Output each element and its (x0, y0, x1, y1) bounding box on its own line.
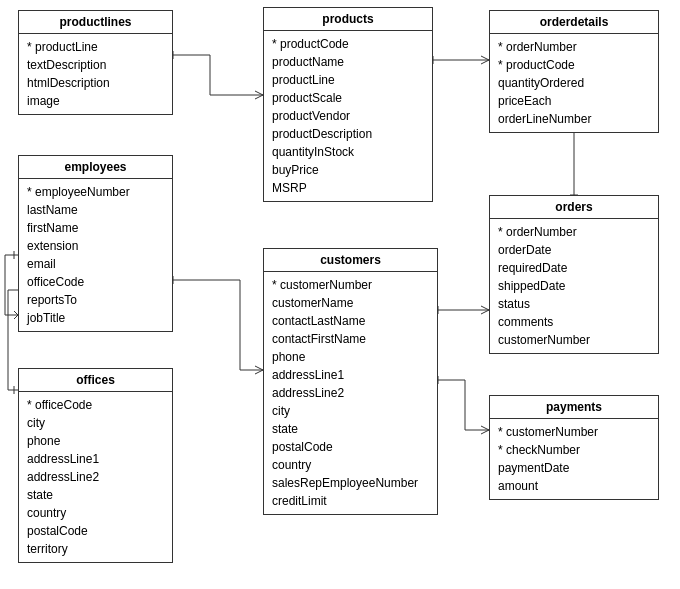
field-reportsTo: reportsTo (27, 291, 164, 309)
field-jobTitle: jobTitle (27, 309, 164, 327)
field-productVendor: productVendor (272, 107, 424, 125)
field-productLine: productLine (272, 71, 424, 89)
table-body-orders: * orderNumber orderDate requiredDate shi… (490, 219, 658, 353)
field-phone: phone (272, 348, 429, 366)
field-buyPrice: buyPrice (272, 161, 424, 179)
table-body-products: * productCode productName productLine pr… (264, 31, 432, 201)
field-customerName: customerName (272, 294, 429, 312)
table-title-customers: customers (264, 249, 437, 272)
svg-line-7 (481, 56, 489, 60)
table-body-orderdetails: * orderNumber * productCode quantityOrde… (490, 34, 658, 132)
field-of-officeCode: * officeCode (27, 396, 164, 414)
field-of-addressLine2: addressLine2 (27, 468, 164, 486)
svg-line-24 (255, 370, 263, 374)
field-of-city: city (27, 414, 164, 432)
table-body-employees: * employeeNumber lastName firstName exte… (19, 179, 172, 331)
table-title-employees: employees (19, 156, 172, 179)
svg-line-34 (481, 430, 489, 434)
table-body-productlines: * productLine textDescription htmlDescri… (19, 34, 172, 114)
table-title-payments: payments (490, 396, 658, 419)
svg-line-33 (481, 426, 489, 430)
table-title-orderdetails: orderdetails (490, 11, 658, 34)
table-title-products: products (264, 8, 432, 31)
field-MSRP: MSRP (272, 179, 424, 197)
field-addressLine1: addressLine1 (272, 366, 429, 384)
table-offices: offices * officeCode city phone addressL… (18, 368, 173, 563)
er-diagram: productlines * productLine textDescripti… (0, 0, 680, 589)
field-quantityInStock: quantityInStock (272, 143, 424, 161)
table-body-customers: * customerNumber customerName contactLas… (264, 272, 437, 514)
table-title-productlines: productlines (19, 11, 172, 34)
table-customers: customers * customerNumber customerName … (263, 248, 438, 515)
field-email: email (27, 255, 164, 273)
table-title-offices: offices (19, 369, 172, 392)
field-htmlDescription: htmlDescription (27, 74, 164, 92)
field-status: status (498, 295, 650, 313)
field-of-postalCode: postalCode (27, 522, 164, 540)
field-productDescription: productDescription (272, 125, 424, 143)
field-of-phone: phone (27, 432, 164, 450)
field-firstName: firstName (27, 219, 164, 237)
field-salesRepEmployeeNumber: salesRepEmployeeNumber (272, 474, 429, 492)
field-image: image (27, 92, 164, 110)
field-paymentDate: paymentDate (498, 459, 650, 477)
field-contactLastName: contactLastName (272, 312, 429, 330)
field-orderLineNumber: orderLineNumber (498, 110, 650, 128)
table-body-offices: * officeCode city phone addressLine1 add… (19, 392, 172, 562)
field-p-customerNumber: * customerNumber (498, 423, 650, 441)
table-payments: payments * customerNumber * checkNumber … (489, 395, 659, 500)
field-od-orderNumber: * orderNumber (498, 38, 650, 56)
table-products: products * productCode productName produ… (263, 7, 433, 202)
field-checkNumber: * checkNumber (498, 441, 650, 459)
field-city: city (272, 402, 429, 420)
field-shippedDate: shippedDate (498, 277, 650, 295)
field-priceEach: priceEach (498, 92, 650, 110)
svg-line-28 (481, 310, 489, 314)
field-of-country: country (27, 504, 164, 522)
field-od-productCode: * productCode (498, 56, 650, 74)
field-productCode: * productCode (272, 35, 424, 53)
table-orderdetails: orderdetails * orderNumber * productCode… (489, 10, 659, 133)
field-textDescription: textDescription (27, 56, 164, 74)
svg-line-8 (481, 60, 489, 64)
table-employees: employees * employeeNumber lastName firs… (18, 155, 173, 332)
field-o-orderNumber: * orderNumber (498, 223, 650, 241)
field-employeeNumber: * employeeNumber (27, 183, 164, 201)
field-of-territory: territory (27, 540, 164, 558)
svg-line-23 (255, 366, 263, 370)
field-customerNumber: * customerNumber (272, 276, 429, 294)
svg-line-3 (255, 91, 263, 95)
field-lastName: lastName (27, 201, 164, 219)
table-body-payments: * customerNumber * checkNumber paymentDa… (490, 419, 658, 499)
field-productName: productName (272, 53, 424, 71)
field-of-state: state (27, 486, 164, 504)
svg-line-4 (255, 95, 263, 99)
svg-line-27 (481, 306, 489, 310)
field-state: state (272, 420, 429, 438)
table-title-orders: orders (490, 196, 658, 219)
table-productlines: productlines * productLine textDescripti… (18, 10, 173, 115)
field-of-addressLine1: addressLine1 (27, 450, 164, 468)
field-country: country (272, 456, 429, 474)
field-addressLine2: addressLine2 (272, 384, 429, 402)
field-productLine: * productLine (27, 38, 164, 56)
field-o-customerNumber: customerNumber (498, 331, 650, 349)
field-requiredDate: requiredDate (498, 259, 650, 277)
field-comments: comments (498, 313, 650, 331)
field-extension: extension (27, 237, 164, 255)
field-contactFirstName: contactFirstName (272, 330, 429, 348)
field-officeCode: officeCode (27, 273, 164, 291)
field-quantityOrdered: quantityOrdered (498, 74, 650, 92)
field-productScale: productScale (272, 89, 424, 107)
field-postalCode: postalCode (272, 438, 429, 456)
field-amount: amount (498, 477, 650, 495)
table-orders: orders * orderNumber orderDate requiredD… (489, 195, 659, 354)
field-creditLimit: creditLimit (272, 492, 429, 510)
field-orderDate: orderDate (498, 241, 650, 259)
